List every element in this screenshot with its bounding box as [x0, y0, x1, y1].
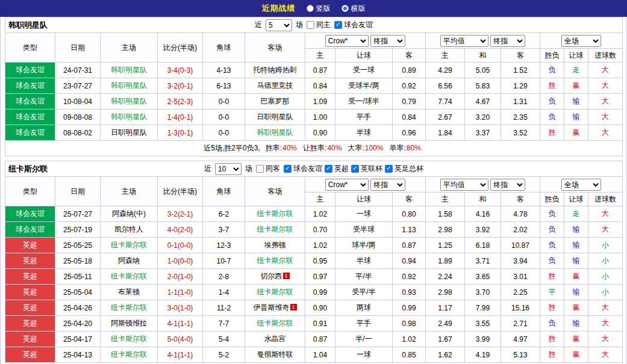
- euro-odds-source-select[interactable]: 平均值: [440, 179, 488, 191]
- score-cell[interactable]: 4-1(1-1): [158, 316, 203, 332]
- euro-odds-time-select[interactable]: 终指: [490, 35, 525, 47]
- asia-odds-source-select[interactable]: Crow*: [325, 35, 369, 47]
- radio-icon[interactable]: [307, 5, 314, 12]
- away-team[interactable]: 马德里竞技: [257, 81, 293, 90]
- away-team[interactable]: 埃弗顿: [264, 241, 286, 249]
- league-filter[interactable]: 球会友谊: [334, 20, 373, 30]
- score-cell[interactable]: 2-5(2-3): [158, 94, 203, 110]
- score-cell[interactable]: 2-0(1-0): [158, 269, 203, 285]
- away-team-cell[interactable]: 纽卡斯尔联: [245, 285, 305, 300]
- home-team-cell[interactable]: 韩职明星队: [101, 63, 158, 78]
- same-venue-filter[interactable]: 同客: [256, 164, 280, 174]
- handicap-result-cell: 赢: [564, 125, 588, 141]
- league-filter[interactable]: 英联杯: [351, 164, 382, 174]
- home-team-cell[interactable]: 阿森纳: [101, 253, 158, 269]
- away-team-cell[interactable]: 纽卡斯尔联: [245, 253, 305, 269]
- score-cell[interactable]: 3-2(0-1): [158, 78, 203, 94]
- away-team-cell[interactable]: 纽卡斯尔联: [245, 222, 305, 238]
- home-team-cell[interactable]: 阿森纳(中): [101, 206, 158, 222]
- away-team[interactable]: 巴塞罗那: [261, 97, 290, 105]
- score-cell[interactable]: 4-1(1-1): [158, 347, 203, 363]
- away-team-cell[interactable]: 日职明星队: [245, 110, 305, 125]
- scope-select[interactable]: 全场: [561, 35, 601, 47]
- away-team[interactable]: 曼彻斯特联: [257, 350, 293, 359]
- checkbox-icon[interactable]: [334, 21, 342, 29]
- corner-cell: 7-7: [203, 316, 245, 332]
- home-team-cell[interactable]: 布莱顿: [101, 285, 158, 300]
- away-team[interactable]: 纽卡斯尔联: [257, 256, 293, 265]
- home-team-cell[interactable]: 纽卡斯尔联: [101, 238, 158, 253]
- score-cell[interactable]: 1-4(0-1): [158, 110, 203, 125]
- match-row: 英超 25-05-18 阿森纳 1-0(0-0) 10-7 纽卡斯尔联 0.95…: [5, 253, 623, 269]
- away-team-cell[interactable]: 托特纳姆热刺: [245, 63, 305, 78]
- checkbox-icon[interactable]: [284, 165, 292, 173]
- layout-radio-horizontal[interactable]: 横版: [342, 4, 366, 14]
- checkbox-icon[interactable]: [385, 165, 393, 173]
- league-filter[interactable]: 英超: [325, 164, 349, 174]
- home-team-cell[interactable]: 韩职明星队: [101, 78, 158, 94]
- recent-count-select[interactable]: 10: [215, 163, 242, 175]
- euro-odds-source-select[interactable]: 平均值: [440, 35, 488, 47]
- away-team-cell[interactable]: 伊普斯维奇1: [245, 300, 305, 316]
- away-team[interactable]: 纽卡斯尔联: [257, 225, 293, 233]
- home-team-cell[interactable]: 日职明星队: [101, 125, 158, 141]
- home-team-cell[interactable]: 凯尔特人: [101, 222, 158, 238]
- euro-draw-odds: 4.19: [465, 347, 501, 363]
- away-team[interactable]: 日职明星队: [257, 113, 293, 121]
- away-team[interactable]: 托特纳姆热刺: [254, 66, 297, 74]
- home-team-cell[interactable]: 纽卡斯尔联: [101, 269, 158, 285]
- same-venue-filter[interactable]: 同主: [307, 20, 331, 30]
- away-team-cell[interactable]: 埃弗顿: [245, 238, 305, 253]
- layout-radio-vertical[interactable]: 竖版: [307, 4, 331, 14]
- away-team[interactable]: 水晶宫: [264, 335, 286, 343]
- away-team[interactable]: 韩职明星队: [257, 128, 293, 137]
- score-cell[interactable]: 4-0(2-0): [158, 222, 203, 238]
- score-cell[interactable]: 5-0(4-0): [158, 332, 203, 347]
- score-cell[interactable]: 1-0(0-0): [158, 253, 203, 269]
- recent-count-select[interactable]: 5: [266, 19, 292, 31]
- home-team-cell[interactable]: 阿斯顿维拉: [101, 316, 158, 332]
- away-team-cell[interactable]: 曼彻斯特联: [245, 347, 305, 363]
- away-team-cell[interactable]: 纽卡斯尔联: [245, 316, 305, 332]
- checkbox-icon[interactable]: [325, 165, 332, 173]
- score-cell[interactable]: 1-3(0-1): [158, 125, 203, 141]
- asia-odds-source-select[interactable]: Crow*: [325, 179, 369, 191]
- checkbox-icon[interactable]: [351, 165, 359, 173]
- away-team-cell[interactable]: 水晶宫: [245, 332, 305, 347]
- goals-result-cell: 大: [588, 110, 623, 125]
- col-header-euro-home: 主: [426, 193, 465, 206]
- asia-odds-time-select[interactable]: 终指: [370, 179, 405, 191]
- asia-odds-time-select[interactable]: 终指: [370, 35, 405, 47]
- scope-select[interactable]: 全场: [561, 179, 601, 191]
- asia-handicap: 球半/两: [335, 238, 393, 253]
- away-team-cell[interactable]: 纽卡斯尔联: [245, 206, 305, 222]
- score-cell[interactable]: 1-1(1-0): [158, 285, 203, 300]
- home-team-cell[interactable]: 纽卡斯尔联: [101, 332, 158, 347]
- away-team[interactable]: 纽卡斯尔联: [257, 209, 293, 218]
- away-team-cell[interactable]: 马德里竞技: [245, 78, 305, 94]
- home-team-cell[interactable]: 纽卡斯尔联: [101, 347, 158, 363]
- same-venue-checkbox[interactable]: [307, 21, 314, 29]
- score-cell[interactable]: 3-2(2-1): [158, 206, 203, 222]
- same-venue-checkbox[interactable]: [256, 165, 264, 173]
- home-team-cell[interactable]: 韩职明星队: [101, 94, 158, 110]
- home-team-cell[interactable]: 韩职明星队: [101, 110, 158, 125]
- away-team[interactable]: 纽卡斯尔联: [257, 288, 293, 296]
- away-team-cell[interactable]: 切尔西1: [245, 269, 305, 285]
- away-team-cell[interactable]: 巴塞罗那: [245, 94, 305, 110]
- euro-odds-time-select[interactable]: 终指: [490, 179, 525, 191]
- score-cell[interactable]: 0-1(0-0): [158, 238, 203, 253]
- goals-result-cell: 小: [588, 285, 623, 300]
- radio-icon[interactable]: [342, 5, 349, 12]
- away-team[interactable]: 伊普斯维奇: [254, 303, 290, 312]
- away-team[interactable]: 切尔西: [261, 272, 282, 280]
- away-team-cell[interactable]: 韩职明星队: [245, 125, 305, 141]
- asia-away-odds: 0.92: [393, 269, 426, 285]
- league-filter[interactable]: 球会友谊: [284, 164, 322, 174]
- away-team[interactable]: 纽卡斯尔联: [257, 319, 293, 327]
- score-cell[interactable]: 3-0(1-0): [158, 300, 203, 316]
- home-team-cell[interactable]: 纽卡斯尔联: [101, 300, 158, 316]
- score-cell[interactable]: 3-4(0-3): [158, 63, 203, 78]
- team-stats-table: 韩职明星队 近 5 场 同主 球会友谊: [5, 17, 623, 156]
- league-filter[interactable]: 英足总杯: [385, 164, 423, 174]
